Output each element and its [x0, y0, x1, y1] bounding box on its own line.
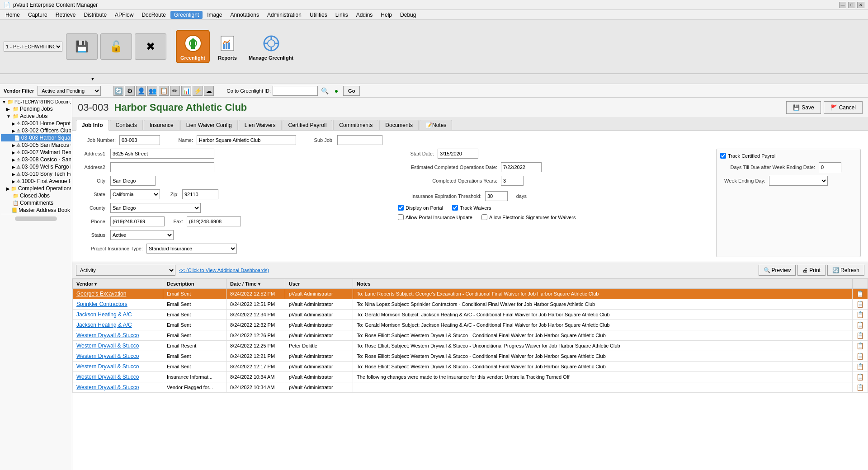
sub-job-field[interactable] — [337, 135, 382, 145]
greenlight-status-icon[interactable]: ● — [331, 86, 341, 96]
unlock-toolbar-btn[interactable]: 🔓 — [100, 33, 132, 60]
action-cell[interactable]: 📋 — [853, 362, 868, 372]
filter-icon-9[interactable]: ☁ — [204, 86, 214, 96]
menu-item-help[interactable]: Help — [377, 11, 396, 19]
vendor-link[interactable]: George's Excavation — [76, 291, 126, 297]
action-cell[interactable]: 📋 — [853, 299, 868, 310]
dropdown-arrow[interactable]: ▼ — [90, 76, 95, 81]
col-datetime[interactable]: Date / Time ▾ — [226, 279, 285, 289]
tab-job-info[interactable]: Job Info — [76, 120, 109, 131]
fax-field[interactable] — [187, 216, 241, 226]
table-row[interactable]: Western Drywall & Stucco Email Sent 8/24… — [73, 351, 868, 362]
sidebar-item-pending-jobs[interactable]: ▶ 📁 Pending Jobs — [1, 105, 71, 113]
action-cell[interactable]: 📋 — [853, 330, 868, 341]
status-dropdown[interactable]: Active Pending Inactive Closed — [110, 230, 174, 240]
allow-esig-input[interactable] — [481, 214, 487, 220]
go-button[interactable]: Go — [343, 86, 360, 96]
sidebar-item-active-jobs[interactable]: ▼ 📁 Active Jobs — [1, 113, 71, 120]
display-on-portal-checkbox[interactable]: Display on Portal — [398, 205, 443, 211]
document-dropdown[interactable]: 1 - PE-TECHWRITING Documer — [4, 42, 62, 52]
action-cell[interactable]: 📋 — [853, 289, 868, 299]
action-cell[interactable]: 📋 — [853, 382, 868, 393]
menu-item-links[interactable]: Links — [332, 11, 352, 19]
additional-dashboards-link[interactable]: << (Click to View Additional Dashboards) — [179, 268, 269, 273]
preview-button[interactable]: 🔍 Preview — [759, 265, 796, 276]
sidebar-item-03009[interactable]: ▶ ⚠ 03-009 Wells Fargo Re — [1, 163, 71, 170]
sidebar-item-03008[interactable]: ▶ ⚠ 03-008 Costco - San M — [1, 156, 71, 163]
vendor-link[interactable]: Western Drywall & Stucco — [76, 343, 139, 349]
menu-item-addins[interactable]: Addins — [353, 11, 377, 19]
sidebar-item-03001[interactable]: ▶ ⚠ 03-001 Home Depot - — [1, 120, 71, 127]
reports-button[interactable]: Reports — [212, 31, 243, 62]
sidebar-item-pe-techwriting[interactable]: ▼ 📁 PE-TECHWRITING Documents — [1, 99, 71, 105]
col-user[interactable]: User — [285, 279, 353, 289]
vendor-link[interactable]: Jackson Heating & A/C — [76, 322, 132, 328]
tab-documents[interactable]: Documents — [379, 120, 419, 130]
refresh-button[interactable]: 🔄 Refresh — [827, 265, 864, 276]
tab-certified-payroll[interactable]: Certified Payroll — [283, 120, 333, 130]
window-controls[interactable]: — □ ✕ — [839, 2, 864, 8]
menu-item-image[interactable]: Image — [203, 11, 226, 19]
vendor-link[interactable]: Sprinkler Contractors — [76, 301, 127, 307]
sidebar-item-03005[interactable]: ▶ ⚠ 03-005 San Marcos Cit — [1, 141, 71, 149]
greenlight-button[interactable]: Greenlight — [176, 30, 210, 63]
table-row[interactable]: Western Drywall & Stucco Email Sent 8/24… — [73, 330, 868, 341]
manage-greenlight-button[interactable]: Manage Greenlight — [245, 31, 297, 62]
action-cell[interactable]: 📋 — [853, 320, 868, 330]
print-button[interactable]: 🖨 Print — [797, 265, 826, 276]
table-row[interactable]: Sprinkler Contractors Email Sent 8/24/20… — [73, 299, 868, 310]
table-row[interactable]: Western Drywall & Stucco Email Resent 8/… — [73, 341, 868, 351]
allow-portal-insurance-checkbox[interactable]: Allow Portal Insurance Update — [398, 214, 472, 220]
address2-field[interactable] — [110, 162, 214, 172]
dashboard-dropdown[interactable]: Activity Insurance Summary Lien Waiver S… — [76, 265, 175, 276]
vendor-link[interactable]: Western Drywall & Stucco — [76, 384, 139, 390]
table-row[interactable]: Western Drywall & Stucco Vendor Flagged … — [73, 382, 868, 393]
menu-item-greenlight[interactable]: Greenlight — [170, 11, 203, 19]
menu-item-distribute[interactable]: Distribute — [80, 11, 110, 19]
filter-icon-5[interactable]: 📋 — [159, 86, 169, 96]
allow-esig-checkbox[interactable]: Allow Electronic Signatures for Waivers — [481, 214, 576, 220]
tab-contacts[interactable]: Contacts — [110, 120, 143, 130]
table-row[interactable]: Jackson Heating & A/C Email Sent 8/24/20… — [73, 320, 868, 330]
start-date-field[interactable] — [438, 149, 478, 159]
filter-icon-3[interactable]: 👤 — [136, 86, 146, 96]
track-certified-payroll-checkbox[interactable]: Track Certified Payroll — [720, 153, 777, 159]
action-cell[interactable]: 📋 — [853, 310, 868, 320]
tab-commitments[interactable]: Commitments — [333, 120, 378, 130]
city-field[interactable] — [110, 176, 156, 186]
action-cell[interactable]: 📋 — [853, 351, 868, 362]
maximize-button[interactable]: □ — [848, 2, 855, 8]
sidebar-item-03003[interactable]: 📄 03-003 Harbor Square — [1, 134, 71, 141]
menu-item-debug[interactable]: Debug — [396, 11, 420, 19]
sidebar-item-03002[interactable]: ▶ ⚠ 03-002 Officers Club - — [1, 127, 71, 134]
search-greenlight-icon[interactable]: 🔍 — [320, 86, 330, 96]
allow-portal-insurance-input[interactable] — [398, 214, 404, 220]
greenlight-id-input[interactable] — [273, 86, 318, 96]
filter-icon-7[interactable]: 📊 — [181, 86, 191, 96]
days-till-due-field[interactable] — [819, 162, 841, 172]
col-description[interactable]: Description — [163, 279, 226, 289]
phone-field[interactable] — [110, 216, 165, 226]
tab-lien-waivers[interactable]: Lien Waivers — [239, 120, 282, 130]
save-toolbar-btn[interactable]: 💾 — [66, 33, 98, 60]
sidebar-item-closed-jobs[interactable]: 📁 Closed Jobs — [1, 192, 71, 199]
vendor-filter-dropdown[interactable]: Active and Pending Active Pending All — [38, 86, 101, 96]
filter-icon-2[interactable]: ⚙ — [125, 86, 135, 96]
sidebar-item-1000[interactable]: ▶ ⚠ 1000- First Avenue Hi — [1, 178, 71, 185]
sidebar-item-commitments[interactable]: 📋 Commitments — [1, 199, 71, 207]
tab-notes[interactable]: 📝Notes — [420, 120, 452, 130]
menu-item-utilities[interactable]: Utilities — [306, 11, 331, 19]
minimize-button[interactable]: — — [839, 2, 846, 8]
name-field[interactable] — [197, 135, 296, 145]
tab-lien-waiver-config[interactable]: Lien Waiver Config — [180, 120, 238, 130]
menu-item-annotations[interactable]: Annotations — [227, 11, 263, 19]
track-waivers-input[interactable] — [452, 205, 458, 211]
vendor-link[interactable]: Western Drywall & Stucco — [76, 332, 139, 338]
close-button[interactable]: ✕ — [857, 2, 864, 8]
vendor-link[interactable]: Western Drywall & Stucco — [76, 374, 139, 380]
job-number-field[interactable] — [119, 135, 160, 145]
col-notes[interactable]: Notes — [353, 279, 853, 289]
track-waivers-checkbox[interactable]: Track Waivers — [452, 205, 491, 211]
display-on-portal-input[interactable] — [398, 205, 404, 211]
tab-insurance[interactable]: Insurance — [144, 120, 179, 130]
